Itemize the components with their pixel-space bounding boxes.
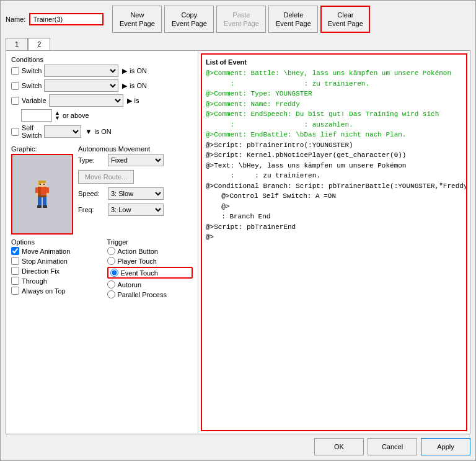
autorun-radio[interactable] — [107, 280, 115, 289]
freq-select[interactable]: 1: Lowest 2: Lower 3: Low 4: High 5: Hig… — [108, 204, 164, 216]
event-line-5: @>Comment: EndSpeech: Du bist gut! Das T… — [206, 109, 462, 120]
always-on-top-checkbox[interactable] — [11, 287, 19, 295]
svg-rect-3 — [40, 184, 41, 185]
self-switch-label: SelfSwitch — [22, 124, 42, 139]
event-line-13: @>Control Self Switch: A =ON — [206, 191, 462, 202]
variable-checkbox[interactable] — [11, 97, 19, 105]
variable-row: Variable ▶ is — [11, 94, 193, 107]
event-line-6: : : auszahlen. — [206, 120, 462, 130]
autorun-row: Autorun — [107, 280, 193, 289]
name-label: Name: — [6, 16, 25, 23]
event-list-title: List of Event — [206, 58, 462, 66]
player-touch-radio[interactable] — [107, 257, 115, 265]
paste-event-page-button[interactable]: PasteEvent Page — [216, 6, 266, 33]
name-input[interactable] — [29, 13, 104, 25]
always-on-top-row: Always on Top — [11, 287, 97, 295]
event-touch-radio[interactable] — [110, 269, 118, 277]
conditions-label: Conditions — [11, 56, 193, 63]
always-on-top-label: Always on Top — [22, 287, 66, 295]
event-touch-label: Event Touch — [121, 269, 158, 277]
autorun-label: Autorun — [118, 281, 142, 289]
main-content: Conditions Switch ▶ is ON Switch — [6, 50, 470, 434]
type-row: Type: Fixed Random Approach Custom — [78, 154, 193, 166]
copy-event-page-button[interactable]: CopyEvent Page — [164, 6, 214, 33]
switch1-checkbox[interactable] — [11, 67, 19, 75]
or-above-row: ▲▼ or above — [21, 109, 193, 122]
svg-rect-13 — [43, 197, 46, 206]
trigger-section: Trigger Action Button Player Touch Event… — [107, 238, 193, 300]
type-select[interactable]: Fixed Random Approach Custom — [108, 154, 164, 166]
event-list-panel[interactable]: List of Event @>Comment: Battle: \bHey, … — [201, 53, 467, 431]
switch1-select[interactable] — [44, 65, 118, 77]
graphic-label: Graphic: — [11, 145, 73, 153]
event-line-3: @>Comment: Type: YOUNGSTER — [206, 89, 462, 99]
event-line-8: @>Script: pbTrainerIntro(:YOUNGSTER) — [206, 140, 462, 151]
ok-button[interactable]: OK — [314, 438, 364, 455]
self-switch-select[interactable] — [44, 125, 81, 138]
apply-button[interactable]: Apply — [421, 438, 470, 455]
variable-num-input[interactable] — [21, 109, 52, 122]
parallel-process-radio[interactable] — [107, 290, 115, 298]
event-line-14: @> — [206, 202, 462, 212]
move-animation-checkbox[interactable] — [11, 247, 19, 255]
switch1-suffix: is ON — [130, 67, 147, 74]
tab-2[interactable]: 2 — [28, 38, 50, 50]
variable-label: Variable — [22, 97, 46, 104]
graphic-box[interactable] — [11, 154, 73, 235]
move-route-button[interactable]: Move Route... — [78, 170, 134, 184]
graphic-movement-row: Graphic: — [11, 145, 193, 235]
footer-row: OK Cancel Apply — [6, 434, 470, 455]
left-panel: Conditions Switch ▶ is ON Switch — [6, 51, 198, 434]
variable-select[interactable] — [49, 94, 123, 107]
switch2-suffix: is ON — [130, 82, 147, 89]
self-switch-suffix: is ON — [94, 128, 112, 135]
header-row: Name: NewEvent Page CopyEvent Page Paste… — [6, 6, 470, 33]
move-animation-label: Move Animation — [22, 248, 70, 255]
switch1-row: Switch ▶ is ON — [11, 65, 193, 77]
through-row: Through — [11, 277, 97, 285]
event-line-9: @>Script: Kernel.pbNoticePlayer(get_char… — [206, 150, 462, 161]
cancel-button[interactable]: Cancel — [368, 438, 417, 455]
direction-fix-row: Direction Fix — [11, 267, 97, 275]
trainer-sprite — [32, 179, 52, 209]
trigger-label: Trigger — [107, 238, 193, 246]
speed-select[interactable]: 1: x8 Slower 2: x4 Slower 3: Slow 4: Fas… — [108, 187, 164, 200]
clear-event-page-button[interactable]: ClearEvent Page — [320, 6, 370, 33]
autonomous-section: Autonomous Movement Type: Fixed Random A… — [78, 145, 193, 220]
event-list: @>Comment: Battle: \bHey, lass uns kämpf… — [206, 68, 462, 426]
stop-animation-checkbox[interactable] — [11, 257, 19, 265]
through-checkbox[interactable] — [11, 277, 19, 285]
direction-fix-label: Direction Fix — [22, 267, 60, 275]
switch2-checkbox[interactable] — [11, 82, 19, 90]
svg-rect-15 — [43, 205, 47, 208]
tab-1[interactable]: 1 — [6, 38, 28, 50]
move-animation-row: Move Animation — [11, 247, 97, 255]
variable-suffix: is — [134, 97, 139, 104]
event-line-2: : : zu trainieren. — [206, 79, 462, 89]
action-button-row: Action Button — [107, 247, 193, 255]
switch2-label: Switch — [22, 82, 42, 89]
event-line-10: @>Text: \bHey, lass uns kämpfen um unser… — [206, 161, 462, 171]
new-event-page-button[interactable]: NewEvent Page — [112, 6, 162, 33]
svg-rect-9 — [35, 193, 38, 195]
self-switch-checkbox[interactable] — [11, 128, 19, 136]
direction-fix-checkbox[interactable] — [11, 267, 19, 275]
svg-rect-7 — [35, 187, 38, 193]
stop-animation-label: Stop Animation — [22, 257, 68, 265]
self-switch-row: SelfSwitch ▼ is ON — [11, 124, 193, 139]
event-line-17: @> — [206, 232, 462, 243]
event-line-12: @>Conditional Branch: Script: pbTrainerB… — [206, 181, 462, 192]
speed-row: Speed: 1: x8 Slower 2: x4 Slower 3: Slow… — [78, 187, 193, 200]
delete-event-page-button[interactable]: DeleteEvent Page — [268, 6, 318, 33]
switch2-row: Switch ▶ is ON — [11, 79, 193, 92]
event-line-7: @>Comment: EndBattle: \bDas lief nicht n… — [206, 130, 462, 140]
conditions-section: Conditions Switch ▶ is ON Switch — [11, 56, 193, 141]
or-above-label: or above — [63, 112, 89, 119]
switch2-select[interactable] — [44, 79, 118, 92]
action-button-radio[interactable] — [107, 247, 115, 255]
switch1-label: Switch — [22, 67, 42, 74]
event-touch-row: Event Touch — [107, 267, 193, 279]
svg-rect-12 — [38, 197, 42, 206]
svg-rect-10 — [46, 193, 49, 195]
svg-rect-11 — [38, 195, 46, 197]
